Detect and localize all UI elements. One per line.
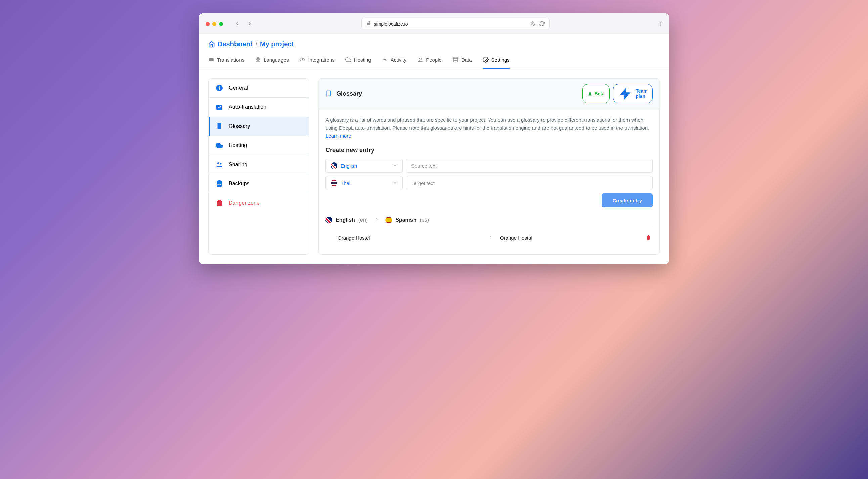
tab-label: Hosting	[354, 57, 371, 63]
create-entry-button[interactable]: Create entry	[601, 193, 653, 207]
sidebar-item-glossary[interactable]: Glossary	[209, 117, 309, 136]
panel-body: A glossary is a list of words and phrase…	[319, 109, 659, 254]
svg-point-10	[217, 162, 219, 164]
cloud-icon	[215, 141, 223, 150]
target-text-input[interactable]	[406, 176, 653, 190]
tab-label: Integrations	[308, 57, 334, 63]
nav-arrows	[235, 20, 253, 28]
tabs: Translations Languages Integrations Host…	[208, 54, 660, 68]
breadcrumb: Dashboard / My project	[208, 40, 660, 48]
sidebar-item-general[interactable]: General	[209, 78, 309, 98]
translations-icon	[208, 57, 214, 63]
svg-point-7	[485, 59, 487, 61]
browser-window: simplelocalize.io + Dashboard / My proje…	[199, 13, 669, 264]
chevron-down-icon	[392, 180, 398, 186]
sidebar-item-sharing[interactable]: Sharing	[209, 155, 309, 174]
traffic-lights	[206, 22, 223, 26]
delete-entry-button[interactable]	[644, 233, 653, 243]
badges: Beta Team plan	[583, 84, 653, 103]
chevron-right-icon	[488, 235, 493, 241]
sidebar-item-auto-translation[interactable]: Auto-translation	[209, 98, 309, 117]
book-icon	[326, 90, 332, 97]
globe-icon	[255, 57, 261, 63]
tab-settings[interactable]: Settings	[483, 54, 509, 68]
language-label: Thai	[341, 180, 350, 186]
tab-languages[interactable]: Languages	[255, 54, 288, 68]
entry-source-text: Orange Hostel	[338, 235, 482, 241]
svg-rect-9	[216, 105, 222, 109]
database-icon	[453, 57, 459, 63]
source-language-select[interactable]: English	[326, 159, 403, 173]
uk-flag-icon	[331, 162, 337, 169]
sidebar-item-label: General	[229, 85, 248, 91]
tab-label: Settings	[491, 57, 509, 63]
tab-label: Languages	[264, 57, 288, 63]
gear-icon	[483, 57, 489, 63]
chevron-right-icon	[374, 217, 379, 223]
sidebar-item-danger-zone[interactable]: Danger zone	[209, 193, 309, 212]
tab-integrations[interactable]: Integrations	[299, 54, 334, 68]
people-icon	[215, 161, 223, 169]
panel-title: Glossary	[336, 90, 362, 97]
forward-button[interactable]	[247, 20, 253, 28]
tab-translations[interactable]: Translations	[208, 54, 244, 68]
book-icon	[215, 122, 223, 130]
translate-icon[interactable]	[530, 21, 536, 27]
uk-flag-icon	[326, 217, 332, 223]
tab-label: People	[426, 57, 442, 63]
target-language-select[interactable]: Thai	[326, 176, 403, 190]
thailand-flag-icon	[331, 180, 337, 186]
address-bar[interactable]: simplelocalize.io	[362, 18, 550, 29]
sidebar-item-backups[interactable]: Backups	[209, 174, 309, 193]
activity-icon	[382, 57, 388, 63]
breadcrumb-root[interactable]: Dashboard	[218, 40, 253, 48]
svg-point-11	[220, 163, 222, 165]
back-button[interactable]	[235, 20, 241, 28]
minimize-window-button[interactable]	[212, 22, 216, 26]
maximize-window-button[interactable]	[219, 22, 223, 26]
create-entry-heading: Create new entry	[326, 147, 653, 154]
sidebar-item-label: Auto-translation	[229, 104, 267, 110]
close-window-button[interactable]	[206, 22, 210, 26]
chevron-down-icon	[392, 163, 398, 169]
sidebar-item-label: Danger zone	[229, 200, 260, 206]
cloud-icon	[345, 57, 351, 63]
beta-badge: Beta	[583, 84, 609, 103]
tab-label: Activity	[391, 57, 407, 63]
sidebar-item-label: Sharing	[229, 162, 247, 168]
code-icon	[299, 57, 305, 63]
source-text-input[interactable]	[406, 159, 653, 173]
svg-point-12	[217, 180, 222, 182]
svg-point-5	[421, 59, 422, 60]
home-icon[interactable]	[208, 41, 215, 48]
source-language-label: English	[336, 217, 355, 223]
new-tab-button[interactable]: +	[658, 20, 662, 28]
target-language-label: Spanish	[395, 217, 416, 223]
panel-header: Glossary Beta Team plan	[319, 78, 659, 109]
url-text: simplelocalize.io	[374, 21, 408, 27]
language-label: English	[341, 163, 357, 169]
tab-hosting[interactable]: Hosting	[345, 54, 371, 68]
main-panel: Glossary Beta Team plan A glossary is a …	[318, 78, 660, 255]
target-language-code: (es)	[420, 217, 429, 223]
info-icon	[215, 84, 223, 92]
svg-line-2	[302, 58, 303, 62]
entry-form: English Thai	[326, 159, 653, 190]
tab-data[interactable]: Data	[453, 54, 472, 68]
spain-flag-icon	[385, 217, 392, 223]
svg-point-4	[419, 58, 421, 60]
tab-label: Data	[461, 57, 472, 63]
address-bar-actions	[530, 21, 545, 27]
reload-icon[interactable]	[539, 21, 545, 27]
learn-more-link[interactable]: Learn more	[326, 133, 351, 139]
team-plan-badge[interactable]: Team plan	[613, 84, 653, 103]
breadcrumb-current: My project	[260, 40, 293, 48]
tab-label: Translations	[217, 57, 244, 63]
tab-activity[interactable]: Activity	[382, 54, 407, 68]
settings-sidebar: General Auto-translation Glossary Hostin…	[208, 78, 309, 255]
source-language-code: (en)	[359, 217, 368, 223]
app-header: Dashboard / My project Translations Lang…	[199, 34, 669, 69]
tab-people[interactable]: People	[417, 54, 442, 68]
sidebar-item-hosting[interactable]: Hosting	[209, 136, 309, 155]
entry-target-text: Orange Hostal	[500, 235, 644, 241]
